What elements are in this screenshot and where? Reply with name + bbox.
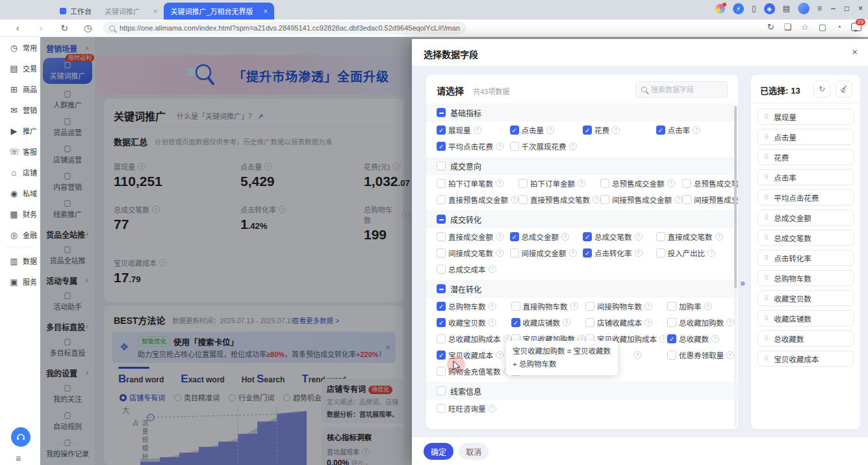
field-checkbox[interactable] (437, 265, 446, 274)
field-checkbox-item[interactable]: 点击率 (656, 122, 730, 138)
help-icon[interactable] (704, 302, 712, 310)
help-icon[interactable] (489, 265, 496, 273)
field-group-header[interactable]: 潜在转化 (426, 280, 738, 298)
help-icon[interactable] (633, 351, 641, 359)
field-checkbox-item[interactable]: 展现量 (437, 122, 510, 138)
selected-field-pill[interactable]: ⠿ 收藏店铺数 (758, 310, 854, 326)
url-bar[interactable]: https://one.alimama.com/index.html?spm=a… (103, 21, 466, 34)
rail-item[interactable]: ◉ 私域 (0, 183, 40, 204)
selected-field-pill[interactable]: ⠿ 总购物车数 (758, 270, 854, 286)
window-close-icon[interactable]: × (858, 4, 863, 13)
field-checkbox[interactable] (682, 195, 691, 204)
field-checkbox[interactable] (667, 334, 676, 343)
modal-close-icon[interactable]: × (852, 46, 858, 57)
field-checkbox-item[interactable]: 间接成交金额 (510, 245, 583, 261)
field-search-input[interactable] (651, 86, 716, 94)
field-checkbox-item[interactable]: 总收藏数 (667, 330, 734, 347)
group-checkbox[interactable] (437, 386, 446, 395)
field-checkbox[interactable] (437, 142, 446, 151)
field-checkbox[interactable] (437, 404, 446, 413)
field-checkbox-item[interactable]: 直接预售成交笔数 (518, 191, 600, 207)
drag-handle-icon[interactable]: ⠿ (764, 254, 769, 261)
field-checkbox[interactable] (656, 248, 665, 258)
field-search-box[interactable] (635, 81, 728, 98)
field-checkbox[interactable] (600, 195, 609, 204)
field-checkbox-item[interactable]: 总购物车数 (437, 298, 511, 314)
field-checkbox[interactable] (437, 334, 446, 343)
rail-item[interactable]: ◷ 常用 (0, 37, 40, 58)
help-icon[interactable] (489, 319, 496, 326)
reset-order-button[interactable]: ↻ (813, 81, 830, 98)
field-checkbox[interactable] (583, 232, 592, 241)
field-checkbox-item[interactable]: 间接预售成交笔数 (682, 191, 738, 207)
help-icon[interactable] (635, 249, 643, 257)
help-icon[interactable] (511, 196, 518, 204)
rail-item[interactable]: ▶ 推广 (0, 120, 40, 141)
help-icon[interactable] (708, 249, 715, 257)
help-icon[interactable] (496, 249, 504, 257)
field-checkbox[interactable] (510, 232, 519, 241)
help-icon[interactable] (659, 335, 667, 343)
field-checkbox[interactable] (682, 179, 691, 188)
selected-field-pill[interactable]: ⠿ 总成交金额 (758, 209, 854, 226)
help-icon[interactable] (693, 126, 700, 134)
selected-field-pill[interactable]: ⠿ 点击率 (758, 169, 854, 185)
field-checkbox-item[interactable]: 加购率 (667, 298, 734, 314)
star-icon[interactable]: ☆ (801, 22, 809, 32)
help-assistant-button[interactable] (11, 427, 31, 447)
field-checkbox[interactable] (437, 302, 446, 311)
chat-icon[interactable]: 23 (851, 23, 862, 31)
lightning-icon[interactable]: ⚡ (733, 3, 744, 14)
selected-field-pill[interactable]: ⠿ 总成交笔数 (758, 230, 854, 246)
field-checkbox[interactable] (437, 179, 446, 188)
drag-handle-icon[interactable]: ⠿ (764, 153, 769, 161)
field-checkbox[interactable] (437, 126, 446, 135)
cancel-button[interactable]: 取消 (459, 443, 489, 460)
close-icon[interactable]: × (264, 7, 268, 15)
field-group-header[interactable]: 成交意向 (426, 157, 738, 175)
field-checkbox-item[interactable]: 直接成交金额 (437, 228, 510, 245)
refresh-icon[interactable]: ↻ (58, 23, 70, 33)
help-icon[interactable] (715, 233, 723, 241)
extension-icon[interactable] (715, 4, 725, 14)
field-checkbox[interactable] (667, 351, 676, 360)
field-checkbox-item[interactable]: 总预售成交笔数 (682, 175, 738, 191)
field-checkbox[interactable] (585, 302, 594, 311)
group-checkbox[interactable] (437, 108, 446, 117)
field-checkbox-item[interactable]: 总成交成本 (437, 261, 510, 277)
group-checkbox[interactable] (437, 161, 446, 170)
rail-item[interactable]: ◎ 金融 (0, 224, 40, 245)
drag-handle-icon[interactable]: ⠿ (764, 174, 769, 181)
field-checkbox[interactable] (600, 179, 609, 188)
field-checkbox[interactable] (583, 248, 592, 258)
notes-icon[interactable]: ▤ (783, 4, 790, 13)
field-checkbox-item[interactable]: 平均点击花费 (437, 138, 510, 154)
field-checkbox[interactable] (510, 126, 519, 135)
help-icon[interactable] (593, 196, 600, 204)
field-group-header[interactable]: 成交转化 (426, 210, 738, 228)
field-group-header[interactable]: 线索信息 (426, 382, 738, 400)
field-checkbox[interactable] (437, 367, 446, 376)
field-checkbox-item[interactable]: 拍下订单笔数 (437, 175, 518, 191)
selected-field-pill[interactable]: ⠿ 点击转化率 (758, 250, 854, 266)
help-icon[interactable] (635, 233, 643, 241)
selected-field-pill[interactable]: ⠿ 平均点击花费 (758, 189, 854, 206)
help-icon[interactable] (569, 249, 577, 257)
field-checkbox[interactable] (510, 248, 519, 258)
help-icon[interactable] (496, 179, 504, 187)
field-checkbox-item[interactable]: 间接购物车数 (585, 298, 667, 314)
selected-field-pill[interactable]: ⠿ 点击量 (758, 129, 854, 145)
rail-item[interactable]: ▦ 财务 (0, 204, 40, 224)
help-icon[interactable] (561, 233, 569, 241)
help-icon[interactable] (569, 142, 577, 150)
help-icon[interactable] (645, 319, 652, 326)
minimize-icon[interactable]: – (831, 4, 836, 13)
field-checkbox-item[interactable]: 花费 (583, 122, 656, 138)
field-checkbox-item[interactable]: 投入产出比 (656, 245, 730, 261)
help-icon[interactable] (570, 302, 578, 310)
rail-menu-icon[interactable]: ≡ (16, 453, 21, 464)
help-icon[interactable] (726, 319, 734, 326)
field-checkbox-item[interactable]: 收藏店铺数 (511, 314, 586, 330)
field-checkbox[interactable] (511, 318, 520, 327)
field-checkbox-item[interactable]: 总收藏加购数 (667, 314, 734, 330)
